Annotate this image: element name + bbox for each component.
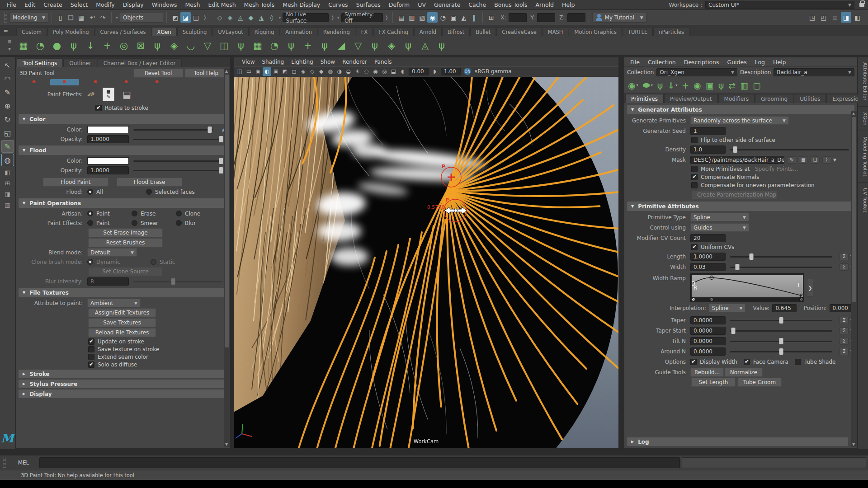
snap-icon-4[interactable]: ◮ — [256, 12, 266, 23]
layout-single-pane-icon[interactable]: ◧ — [1, 167, 14, 177]
sidebar-toggle-icon-2[interactable]: ≡ — [830, 12, 840, 23]
xgen-shelf-icon-7[interactable]: ⊠ — [133, 38, 148, 53]
expander-icon[interactable]: ❭ — [203, 15, 207, 20]
flip-side-checkbox[interactable] — [691, 137, 698, 143]
artisan-clone-radio[interactable] — [176, 211, 182, 216]
side-dock-tab-uv-toolkit[interactable]: UV Toolkit — [858, 183, 868, 218]
select-mode-icon-1[interactable]: ◪ — [180, 12, 191, 23]
left-panel-scrollbar[interactable] — [224, 68, 230, 447]
xgen-menu-collection[interactable]: Collection — [644, 59, 680, 66]
file-textures-header[interactable]: ▼File Textures — [19, 288, 227, 297]
blend-mode-dropdown[interactable]: Default▼ — [87, 248, 137, 257]
grid-coords-icon[interactable]: ⊞ — [486, 12, 496, 23]
xgen-convert-icon[interactable]: ⇄ — [728, 80, 736, 90]
density-input[interactable]: 1.0 — [690, 145, 726, 154]
collapsed-section-display[interactable]: Display — [19, 389, 227, 398]
density-slider[interactable] — [730, 146, 849, 153]
layout-four-pane-icon[interactable]: ⊞ — [1, 178, 14, 188]
xgen-tab-utilities[interactable]: Utilities — [794, 94, 826, 103]
viewport-icon-10[interactable]: ◍ — [326, 67, 335, 76]
expression-editor-icon[interactable]: Σ — [840, 263, 849, 271]
generator-seed-input[interactable]: 1 — [690, 127, 726, 135]
expander-icon[interactable]: ▾ — [278, 15, 281, 20]
xgen-menu-guides[interactable]: Guides — [723, 59, 750, 66]
xgen-shelf-icon-3[interactable]: ψ — [66, 38, 81, 53]
render-icon-1[interactable]: ▥ — [406, 12, 417, 23]
normalize-button[interactable]: Normalize — [725, 368, 763, 377]
tube-shade-checkbox[interactable] — [795, 359, 801, 365]
xgen-create-description-icon[interactable]: ψ — [657, 80, 663, 90]
viewport-icon-5[interactable]: ◩ — [281, 67, 289, 76]
create-parameterization-map-button[interactable]: Create Parameterization Map — [691, 190, 777, 199]
xgen-shelf-icon-0[interactable]: ▦ — [16, 38, 31, 53]
workspace-dropdown[interactable]: Custom UI* ▼ — [705, 1, 854, 9]
scale-tool-icon[interactable]: ◱ — [1, 127, 14, 139]
selection-mask-dropdown[interactable]: Objects — [120, 13, 163, 23]
ramp-value-input[interactable]: 0.645 — [772, 304, 796, 312]
assign-edit-textures-button[interactable]: Assign/Edit Textures — [88, 308, 156, 317]
xgen-shelf-icon-23[interactable]: ψ — [401, 38, 416, 53]
color-section-header[interactable]: ▼Color — [19, 114, 227, 124]
file-op-icon-1[interactable]: ❏ — [66, 12, 76, 23]
taper-input[interactable]: 0.0000 — [690, 316, 726, 324]
xgen-shelf-icon-11[interactable]: ▽ — [200, 38, 215, 53]
flood-color-swatch[interactable] — [87, 157, 129, 164]
render-icon-2[interactable]: ▧ — [417, 12, 427, 23]
shelf-tab-custom[interactable]: Custom — [16, 27, 47, 36]
xgen-shelf-icon-15[interactable]: ◔ — [267, 38, 282, 53]
around-n-slider[interactable] — [730, 348, 832, 355]
symmetry-field[interactable]: Symmetry: Off — [341, 13, 383, 22]
shelf-options-icon[interactable]: ⚙▾ — [5, 39, 14, 52]
color-swatch[interactable] — [87, 126, 129, 133]
expander-icon[interactable]: ❭ — [330, 15, 334, 20]
live-surface-field[interactable]: No Live Surface — [283, 13, 329, 22]
xgen-export-icon[interactable]: ⇓▾ — [667, 80, 677, 90]
shelf-tab-poly-modeling[interactable]: Poly Modeling — [47, 27, 94, 36]
uniform-cvs-checkbox[interactable] — [691, 244, 698, 250]
menu-windows[interactable]: Windows — [148, 0, 181, 9]
reset-brushes-button[interactable]: Reset Brushes — [88, 238, 163, 247]
left-panel-tab-tool-settings[interactable]: Tool Settings — [17, 58, 63, 67]
menu-create[interactable]: Create — [39, 0, 66, 9]
face-camera-checkbox[interactable] — [744, 359, 750, 365]
rotate-tool-icon[interactable]: ↻ — [1, 113, 14, 126]
color-opacity-slider[interactable] — [133, 136, 222, 143]
brush-profile-4[interactable]: ● — [112, 79, 141, 85]
brush-profile-3[interactable]: ● — [81, 79, 110, 85]
viewport-menu-renderer[interactable]: Renderer — [339, 59, 371, 65]
around-n-input[interactable]: 0.0000 — [690, 347, 726, 356]
xgen-shelf-icon-19[interactable]: ◢ — [334, 38, 349, 53]
expression-editor-icon[interactable]: Σ — [840, 327, 849, 334]
flood-paint-button[interactable]: Flood Paint — [43, 178, 108, 187]
color-opacity-input[interactable]: 1.0000 — [87, 135, 129, 143]
reload-file-textures-button[interactable]: Reload File Textures — [88, 328, 156, 337]
left-panel-tab-outliner[interactable]: Outliner — [63, 58, 97, 67]
flood-all-radio[interactable] — [87, 189, 93, 195]
viewport-icon-13[interactable]: ☀ — [353, 67, 362, 76]
x-input[interactable] — [509, 13, 527, 22]
rotate-to-stroke-checkbox[interactable] — [95, 105, 102, 111]
shelf-tab-animation[interactable]: Animation — [280, 27, 317, 36]
xgen-shelf-icon-5[interactable]: + — [99, 38, 115, 53]
xgen-menu-file[interactable]: File — [626, 59, 644, 66]
viewport-icon-6[interactable]: ◻ — [290, 67, 298, 76]
viewport-icon-15[interactable]: ◉ — [371, 67, 380, 76]
viewport-icon-0[interactable]: ◫ — [236, 67, 244, 76]
save-map-icon[interactable]: ▦ — [799, 156, 808, 164]
viewport-icon-8[interactable]: ◇ — [308, 67, 316, 76]
color-management-toggle-icon[interactable]: ON — [464, 68, 471, 75]
xgen-menu-help[interactable]: Help — [769, 59, 790, 66]
modifier-cv-count-input[interactable]: 20 — [690, 234, 726, 242]
drag-handle[interactable] — [3, 457, 6, 468]
gamma-input[interactable]: 1.00 — [441, 68, 461, 75]
clone-static-radio[interactable] — [151, 259, 156, 265]
viewport-menu-shading[interactable]: Shading — [258, 59, 288, 65]
snap-icon-0[interactable]: ◇ — [214, 12, 225, 23]
menu-deform[interactable]: Deform — [385, 0, 414, 9]
snap-icon-5[interactable]: ◊ — [266, 12, 277, 23]
xgen-shelf-icon-13[interactable]: ψ — [233, 38, 249, 53]
shelf-tab-creativecase[interactable]: CreativeCase — [496, 27, 542, 36]
ramp-expand-button[interactable]: ❯ — [807, 279, 813, 297]
render-icon-7[interactable]: ‖ — [469, 12, 479, 23]
paint-effects-panel-icon[interactable]: ≣∿ — [103, 88, 114, 101]
